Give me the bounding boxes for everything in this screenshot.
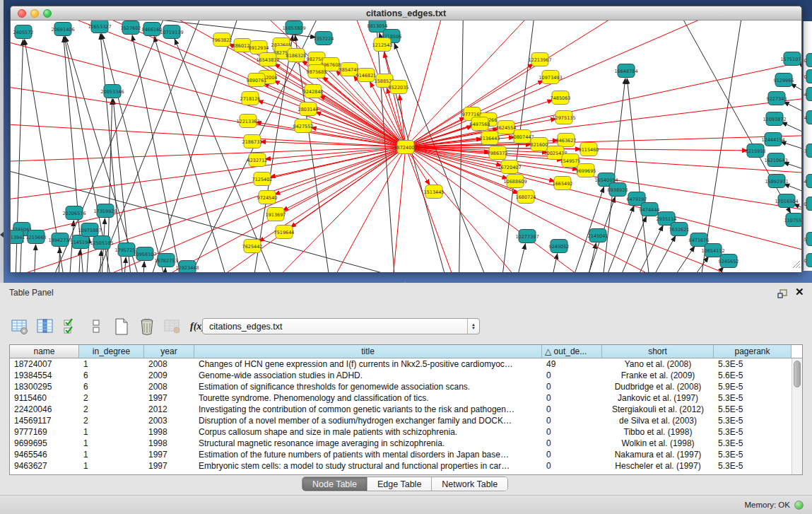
graph-node[interactable]: 16648784 <box>614 64 637 78</box>
graph-node[interactable]: 9245052 <box>549 240 570 253</box>
graph-node[interactable]: 10277397 <box>515 230 539 243</box>
graph-node[interactable]: 927743 <box>804 111 812 124</box>
column-header-pagerank[interactable]: pagerank <box>714 345 792 358</box>
graph-node[interactable]: 10653327 <box>88 21 111 33</box>
column-header-in_degree[interactable]: in_degree <box>79 345 144 358</box>
graph-node[interactable]: 16720407 <box>498 160 521 174</box>
column-header-out_de[interactable]: △ out_de... <box>542 345 602 358</box>
table-row[interactable]: 946362711997Embryonic stem cells: a mode… <box>10 460 792 472</box>
graph-node[interactable]: 16543812 <box>256 53 279 66</box>
graph-node[interactable]: 7125402 <box>252 173 273 186</box>
graph-node[interactable]: 1212543 <box>372 38 393 52</box>
column-header-year[interactable]: year <box>144 345 194 358</box>
collapse-left-icon[interactable] <box>0 232 4 238</box>
column-header-title[interactable]: title <box>194 345 542 358</box>
graph-node[interactable]: 3913941 <box>11 230 25 244</box>
graph-node[interactable]: 7357224 <box>314 32 334 45</box>
table-mode-icon[interactable] <box>10 317 29 337</box>
graph-node[interactable]: 1527602 <box>121 21 141 35</box>
create-column-icon[interactable] <box>112 317 131 337</box>
graph-node[interactable]: 7963822 <box>212 33 233 47</box>
graph-node[interactable]: 9890761 <box>247 74 267 87</box>
graph-node[interactable]: 8912934 <box>249 41 269 54</box>
table-row[interactable]: 1456911722003Disruption of a novel membe… <box>10 415 792 426</box>
delete-column-icon[interactable] <box>137 317 156 337</box>
table-row[interactable]: 911546021997Tourette syndrome. Phenomeno… <box>10 392 792 404</box>
graph-node[interactable]: 12444154 <box>761 133 784 146</box>
delete-table-icon[interactable] <box>163 317 182 337</box>
graph-node[interactable]: 8215958 <box>746 144 766 158</box>
graph-node[interactable]: 9115460 <box>579 143 599 156</box>
graph-node[interactable]: 141435 <box>804 144 812 158</box>
graph-node[interactable]: 9699695 <box>576 164 596 177</box>
graph-node[interactable]: 8186328 <box>286 49 307 62</box>
graph-node[interactable]: 1770553 <box>804 233 812 246</box>
column-visibility-icon[interactable] <box>35 317 54 337</box>
graph-node[interactable]: 1680724 <box>516 190 536 204</box>
graph-node[interactable]: 12213967 <box>528 53 551 66</box>
column-header-name[interactable]: name <box>10 345 79 358</box>
graph-node[interactable]: 974502 <box>804 254 812 267</box>
graph-node[interactable]: 12975135 <box>552 111 575 124</box>
graph-node[interactable]: 10688609 <box>503 175 526 188</box>
graph-node[interactable]: 2803144 <box>298 103 319 116</box>
graph-node[interactable]: 20053346 <box>100 85 124 98</box>
graph-node[interactable]: 2718126 <box>240 92 261 105</box>
graph-node[interactable]: 7986372 <box>488 146 508 160</box>
graph-node[interactable]: 9146821 <box>356 69 377 82</box>
graph-node[interactable]: 9227343 <box>767 92 787 105</box>
graph-node[interactable]: 15892971 <box>765 175 788 188</box>
graph-node[interactable]: 13942737 <box>48 233 71 247</box>
table-row[interactable]: 1938455462009Genome-wide association stu… <box>10 370 792 381</box>
graph-node[interactable]: 1973943 <box>804 88 812 101</box>
table-row[interactable]: 977716911998Corpus callosum shape and si… <box>10 426 792 438</box>
graph-node[interactable]: 9724540 <box>257 191 278 204</box>
table-row[interactable]: 1872400712008Changes of HCN gene express… <box>10 358 792 370</box>
graph-node[interactable]: 10973493 <box>539 71 562 84</box>
graph-node[interactable]: 9129966 <box>774 74 794 87</box>
graph-node[interactable]: 8466160 <box>142 23 163 36</box>
scrollbar-thumb[interactable] <box>794 361 801 387</box>
graph-node[interactable]: 10975887 <box>78 223 101 237</box>
left-splitter-gutter[interactable] <box>0 0 4 283</box>
tab-network-table[interactable]: Network Table <box>432 477 507 491</box>
panel-divider-handle[interactable]: ▴ <box>404 280 409 284</box>
graph-node[interactable]: 1665492 <box>553 177 573 190</box>
tab-edge-table[interactable]: Edge Table <box>367 477 432 491</box>
selection-mode-icon[interactable] <box>61 317 80 337</box>
graph-node[interactable]: 6497568 <box>470 117 490 131</box>
graph-node[interactable]: 1154808 <box>804 54 812 67</box>
graph-node[interactable]: 3624554 <box>496 121 517 134</box>
graph-node[interactable]: 10958107 <box>133 247 156 261</box>
graph-node[interactable]: 12093872 <box>763 112 786 126</box>
graph-node[interactable]: 16210643 <box>764 153 787 167</box>
graph-node[interactable]: 7625442 <box>242 240 263 253</box>
graph-node[interactable]: 9875685 <box>307 65 327 78</box>
graph-node[interactable]: 8427552 <box>293 119 314 133</box>
table-row[interactable]: 946554611997Estimation of the future num… <box>10 449 792 460</box>
graph-node[interactable]: 18724007 <box>394 141 417 154</box>
network-window-titlebar[interactable]: citations_edges.txt <box>11 6 801 21</box>
graph-node[interactable]: 9242848 <box>303 85 324 98</box>
graph-node[interactable]: 1215668 <box>26 230 47 244</box>
graph-node[interactable]: 2186731 <box>242 135 263 148</box>
graph-node[interactable]: 9474444 <box>640 203 660 216</box>
graph-node[interactable]: 9463627 <box>556 134 577 147</box>
graph-node[interactable]: 2145041 <box>588 229 608 243</box>
graph-node[interactable]: 1107553 <box>784 214 801 227</box>
graph-node[interactable]: 7632621 <box>669 223 690 236</box>
table-row[interactable]: 1830029562008Estimation of significance … <box>10 381 792 392</box>
graph-node[interactable]: 7485063 <box>551 91 571 105</box>
graph-node[interactable]: 16782753 <box>154 254 177 267</box>
network-canvas[interactable]: 2405572206914061065332715276028466160107… <box>11 21 801 272</box>
graph-node[interactable]: 1913697 <box>266 208 286 221</box>
graph-node[interactable]: 16053809 <box>282 21 305 35</box>
graph-node[interactable]: 1210305 <box>804 197 812 211</box>
graph-node[interactable]: 4232712 <box>247 153 268 167</box>
graph-node[interactable]: 1210643 <box>804 175 812 188</box>
graph-node[interactable]: 17359928 <box>93 204 117 218</box>
graph-node[interactable]: 8938928 <box>608 183 628 197</box>
graph-node[interactable]: 8522035 <box>389 81 409 94</box>
table-row[interactable]: 969969511998Structural magnetic resonanc… <box>10 438 792 449</box>
background-window-sliver[interactable]: 1154808122170919739439277431414351210643… <box>803 21 812 271</box>
